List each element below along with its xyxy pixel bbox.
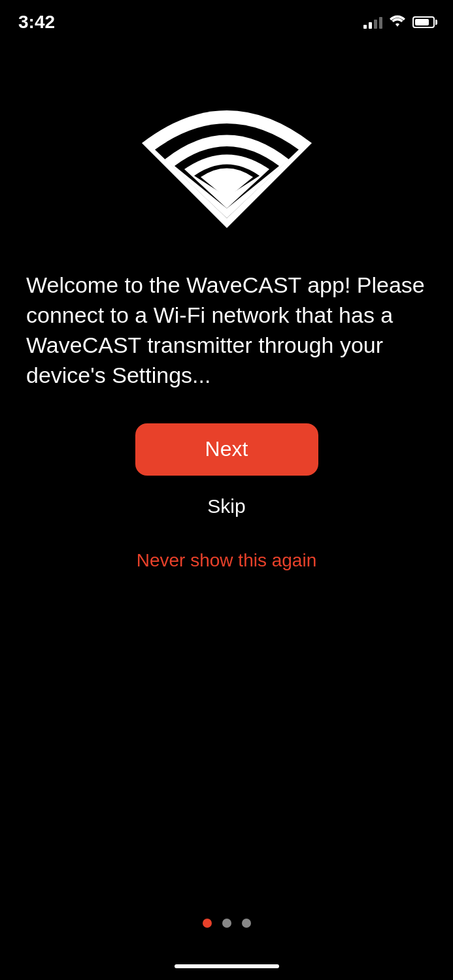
page-dot-2 — [222, 919, 231, 928]
battery-icon — [412, 16, 435, 28]
next-button[interactable]: Next — [135, 423, 318, 476]
page-dot-1 — [203, 919, 212, 928]
never-show-button[interactable]: Never show this again — [137, 550, 316, 571]
main-content: Welcome to the WaveCAST app! Please conn… — [0, 35, 453, 571]
page-dots — [203, 919, 251, 928]
status-bar: 3:42 — [0, 0, 453, 35]
welcome-text: Welcome to the WaveCAST app! Please conn… — [26, 270, 427, 391]
skip-button[interactable]: Skip — [207, 495, 245, 517]
page-dot-3 — [242, 919, 251, 928]
status-icons — [363, 14, 435, 30]
wifi-status-icon — [389, 14, 406, 30]
wifi-illustration — [129, 88, 325, 244]
signal-icon — [363, 16, 382, 29]
status-time: 3:42 — [18, 12, 55, 33]
home-indicator — [175, 964, 279, 968]
